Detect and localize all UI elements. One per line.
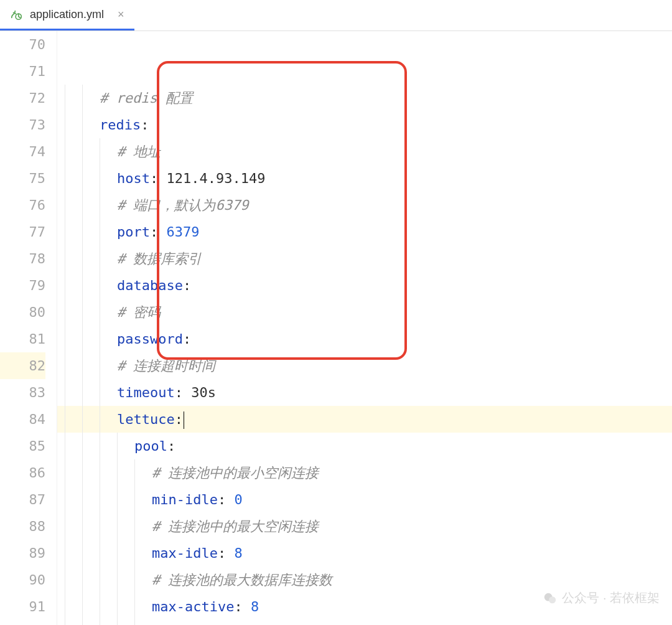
code-line[interactable]: # #连接池最大阻塞等待时间（使用负值表示没有限制） — [57, 620, 672, 625]
line-number: 87 — [0, 486, 45, 513]
line-number: 72 — [0, 85, 45, 111]
token-colon: : — [150, 224, 167, 240]
line-content: # 端口，默认为6379 — [57, 192, 248, 219]
line-content: # 数据库索引 — [57, 245, 202, 272]
line-content: database: — [57, 272, 191, 299]
token-comment: # 地址 — [117, 144, 161, 159]
line-number: 83 — [0, 379, 45, 406]
code-line[interactable]: max-idle: 8 — [57, 540, 672, 566]
token-colon: : — [167, 438, 175, 454]
line-content: # 连接池的最大数据库连接数 — [57, 566, 333, 593]
text-cursor — [184, 411, 184, 429]
token-comment: # 连接超时时间 — [117, 358, 216, 374]
line-number: 90 — [0, 566, 45, 593]
token-key: pool — [134, 438, 167, 454]
token-number: 8 — [234, 545, 242, 561]
line-number: 73 — [0, 111, 45, 138]
tab-filename: application.yml — [30, 8, 104, 21]
close-icon[interactable]: × — [110, 8, 124, 21]
token-colon: : — [183, 331, 191, 347]
token-comment: # 密码 — [117, 304, 161, 320]
token-colon: : — [141, 117, 149, 133]
token-key: port — [117, 224, 150, 240]
code-line[interactable]: min-idle: 0 — [57, 486, 672, 513]
code-line[interactable]: # 连接超时时间 — [57, 352, 672, 379]
token-colon: : — [183, 278, 191, 293]
token-colon: : — [150, 171, 167, 186]
editor[interactable]: 7071727374757677787980818283848586878889… — [0, 31, 672, 625]
editor-tab[interactable]: application.yml × — [0, 0, 134, 31]
token-key: lettuce — [117, 411, 175, 427]
watermark: 公众号 · 若依框架 — [543, 590, 660, 606]
code-line[interactable]: # 数据库索引 — [57, 245, 672, 272]
line-content: # 连接超时时间 — [57, 352, 216, 379]
token-text: 30s — [191, 385, 216, 400]
token-comment: # redis 配置 — [100, 90, 193, 106]
wechat-icon — [543, 591, 557, 605]
line-number: 78 — [0, 245, 45, 272]
token-key: host — [117, 171, 150, 186]
code-line[interactable]: # 连接池中的最大空闲连接 — [57, 513, 672, 540]
code-line[interactable]: # 端口，默认为6379 — [57, 192, 672, 219]
line-number: 76 — [0, 192, 45, 219]
line-content: lettuce: — [57, 406, 184, 433]
line-content: # #连接池最大阻塞等待时间（使用负值表示没有限制） — [57, 620, 492, 625]
token-colon: : — [234, 599, 251, 614]
code-line[interactable]: # redis 配置 — [57, 85, 672, 111]
code-line[interactable]: password: — [57, 326, 672, 352]
token-key: timeout — [117, 385, 175, 400]
token-key: max-active — [152, 599, 234, 614]
line-number: 81 — [0, 326, 45, 352]
token-number: 0 — [234, 492, 242, 507]
token-key: min-idle — [152, 492, 218, 507]
line-content: redis: — [57, 111, 149, 138]
line-number: 91 — [0, 593, 45, 620]
token-comment: # 连接池的最大数据库连接数 — [152, 572, 333, 588]
line-number: 89 — [0, 540, 45, 566]
line-number: 88 — [0, 513, 45, 540]
token-key: max-idle — [152, 545, 218, 561]
token-colon: : — [218, 545, 235, 561]
code-area[interactable]: # redis 配置redis:# 地址host: 121.4.93.149# … — [57, 31, 672, 625]
line-number: 74 — [0, 138, 45, 165]
line-content: # 连接池中的最小空闲连接 — [57, 459, 319, 486]
code-line[interactable]: # 密码 — [57, 299, 672, 326]
code-line[interactable]: redis: — [57, 111, 672, 138]
line-number: 79 — [0, 272, 45, 299]
line-number: 86 — [0, 459, 45, 486]
code-line[interactable]: # 地址 — [57, 138, 672, 165]
line-content: # 密码 — [57, 299, 161, 326]
token-comment: # 数据库索引 — [117, 251, 202, 266]
line-content: # 地址 — [57, 138, 161, 165]
line-content: host: 121.4.93.149 — [57, 165, 265, 192]
code-line[interactable]: port: 6379 — [57, 219, 672, 245]
line-content: max-idle: 8 — [57, 540, 243, 566]
line-number: 71 — [0, 58, 45, 85]
code-line[interactable]: # 连接池中的最小空闲连接 — [57, 459, 672, 486]
line-number: 75 — [0, 165, 45, 192]
token-comment: # 连接池中的最大空闲连接 — [152, 519, 319, 534]
line-content: min-idle: 0 — [57, 486, 243, 513]
line-number: 77 — [0, 219, 45, 245]
line-number: 84 — [0, 406, 45, 433]
line-content: password: — [57, 326, 191, 352]
code-line[interactable]: lettuce: — [57, 406, 672, 433]
svg-point-2 — [549, 596, 556, 603]
code-line[interactable]: database: — [57, 272, 672, 299]
line-content: port: 6379 — [57, 219, 199, 245]
line-number-gutter: 7071727374757677787980818283848586878889… — [0, 31, 57, 625]
token-colon: : — [175, 411, 183, 427]
token-colon: : — [218, 492, 235, 507]
code-line[interactable]: timeout: 30s — [57, 379, 672, 406]
token-key: password — [117, 331, 183, 347]
line-number: 82 — [0, 352, 45, 379]
line-number: 85 — [0, 433, 45, 459]
token-number: 6379 — [166, 224, 199, 240]
code-line[interactable]: host: 121.4.93.149 — [57, 165, 672, 192]
token-number: 8 — [251, 599, 259, 614]
line-content: pool: — [57, 433, 175, 459]
line-content: max-active: 8 — [57, 593, 259, 620]
code-line[interactable]: pool: — [57, 433, 672, 459]
tab-bar: application.yml × — [0, 0, 672, 31]
line-content: timeout: 30s — [57, 379, 216, 406]
